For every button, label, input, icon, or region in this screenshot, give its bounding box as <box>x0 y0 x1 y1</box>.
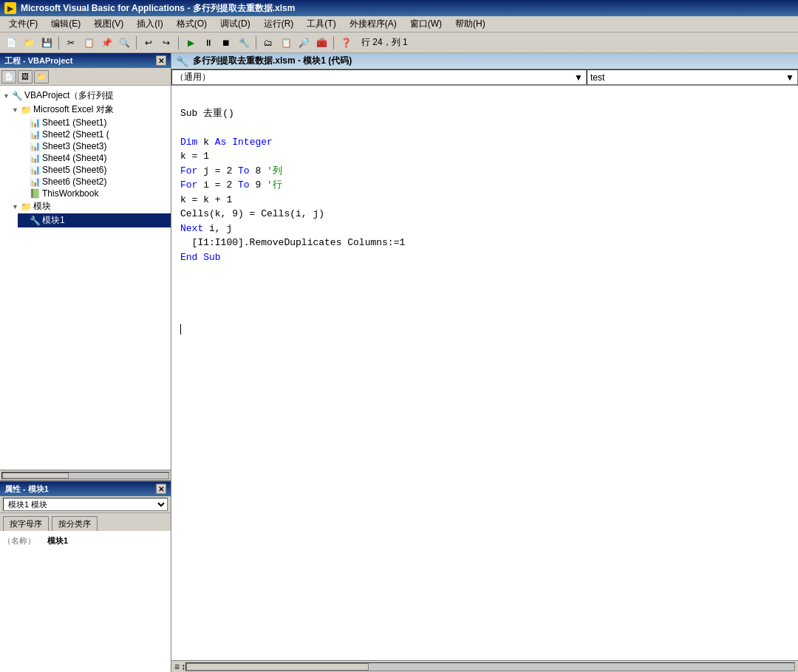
project-hscroll-track[interactable] <box>1 472 169 479</box>
toolbar-objectbrowser-btn[interactable]: 🔎 <box>296 35 312 51</box>
main-layout: 工程 - VBAProject ✕ 📄 🖼 📁 ▼ 🔧 VBAProject（多… <box>0 53 798 672</box>
toolbar-help-btn[interactable]: ❓ <box>338 35 354 51</box>
tree-item-sheet3[interactable]: 📊 Sheet3 (Sheet3) <box>18 140 171 152</box>
menu-help[interactable]: 帮助(H) <box>449 16 491 32</box>
tree-expand-excel-icon: ▼ <box>12 106 19 114</box>
code-window-icon: 🔧 <box>176 55 188 67</box>
project-panel-close[interactable]: ✕ <box>156 55 166 66</box>
tree-item-sheet5[interactable]: 📊 Sheet5 (Sheet6) <box>18 164 171 176</box>
tree-excel-objects-label: Microsoft Excel 对象 <box>33 103 114 116</box>
properties-panel-close[interactable]: ✕ <box>156 484 166 494</box>
tree-thisworkbook-label: ThisWorkbook <box>42 188 98 199</box>
menu-edit[interactable]: 编辑(E) <box>45 16 86 32</box>
menu-insert[interactable]: 插入(I) <box>131 16 168 32</box>
sheet3-icon: 📊 <box>30 141 41 151</box>
tree-item-excel-objects[interactable]: ▼ 📁 Microsoft Excel 对象 <box>9 103 171 117</box>
menu-file[interactable]: 文件(F) <box>3 16 44 32</box>
props-tab-alpha[interactable]: 按字母序 <box>3 516 49 531</box>
code-dropdown-object-label: （通用） <box>175 71 211 83</box>
toolbar-toolbox-btn[interactable]: 🧰 <box>313 35 330 51</box>
thisworkbook-icon: 📗 <box>30 188 41 199</box>
code-dropdown-object-arrow: ▼ <box>574 72 583 83</box>
tree-item-module1[interactable]: 🔧 模块1 <box>18 213 171 227</box>
tree-vbaproject-label: VBAProject（多行列提 <box>24 89 114 102</box>
properties-panel-title: 属性 - 模块1 <box>4 484 49 495</box>
menu-debug[interactable]: 调试(D) <box>214 16 256 32</box>
tree-item-modules[interactable]: ▼ 📁 模块 <box>9 199 171 213</box>
project-view-code-btn[interactable]: 📄 <box>1 70 16 83</box>
excel-objects-icon: 📁 <box>21 105 32 115</box>
menu-window[interactable]: 窗口(W) <box>404 16 448 32</box>
toolbar-properties-btn[interactable]: 📋 <box>278 35 294 51</box>
toolbar-find-btn[interactable]: 🔍 <box>116 35 132 51</box>
code-hscroll-track[interactable] <box>185 662 795 671</box>
project-panel: 工程 - VBAProject ✕ 📄 🖼 📁 ▼ 🔧 VBAProject（多… <box>0 53 171 480</box>
code-dropdown-proc[interactable]: test ▼ <box>587 69 798 85</box>
project-tree: ▼ 🔧 VBAProject（多行列提 ▼ 📁 Microsoft Excel … <box>0 86 171 470</box>
project-toggle-folder-btn[interactable]: 📁 <box>34 70 49 83</box>
menu-view[interactable]: 视图(V) <box>88 16 129 32</box>
tree-leaf-3 <box>21 143 28 150</box>
project-panel-toolbar: 📄 🖼 📁 <box>0 68 171 86</box>
tree-leaf-8 <box>21 217 28 224</box>
code-hscroll <box>185 662 795 672</box>
sheet4-icon: 📊 <box>30 153 41 163</box>
toolbar-open-btn[interactable]: 📁 <box>21 35 37 51</box>
code-editor[interactable]: Sub 去重() Dim k As Integer k = 1 For j = … <box>171 86 798 660</box>
tree-item-sheet4[interactable]: 📊 Sheet4 (Sheet4) <box>18 152 171 164</box>
sheet2-icon: 📊 <box>30 129 41 140</box>
tree-leaf-6 <box>21 178 28 185</box>
modules-icon: 📁 <box>21 202 32 212</box>
sheet6-icon: 📊 <box>30 176 41 187</box>
tree-sheet4-label: Sheet4 (Sheet4) <box>42 153 106 163</box>
project-hscroll-thumb[interactable] <box>2 473 69 479</box>
properties-panel-header: 属性 - 模块1 ✕ <box>0 481 171 496</box>
props-module-select[interactable]: 模块1 模块 <box>3 498 168 511</box>
sheet1-icon: 📊 <box>30 117 41 128</box>
toolbar-sep-3 <box>178 36 179 49</box>
tree-leaf-5 <box>21 166 28 174</box>
toolbar-redo-btn[interactable]: ↪ <box>158 35 174 51</box>
statusbar-icon-1[interactable]: ≡ <box>174 662 180 672</box>
toolbar-position-status: 行 24，列 1 <box>361 36 408 49</box>
toolbar-save-btn[interactable]: 💾 <box>38 35 55 51</box>
code-dropdown-object[interactable]: （通用） ▼ <box>171 69 587 85</box>
menu-addins[interactable]: 外接程序(A) <box>344 16 403 32</box>
tree-item-vbaproject[interactable]: ▼ 🔧 VBAProject（多行列提 <box>0 89 171 103</box>
tree-leaf-4 <box>21 154 28 162</box>
toolbar-cut-btn[interactable]: ✂ <box>63 35 79 51</box>
menu-bar: 文件(F) 编辑(E) 视图(V) 插入(I) 格式(O) 调试(D) 运行(R… <box>0 16 798 32</box>
toolbar-paste-btn[interactable]: 📌 <box>98 35 115 51</box>
toolbar-sep-4 <box>256 36 256 49</box>
tree-item-sheet6[interactable]: 📊 Sheet6 (Sheet2) <box>18 176 171 188</box>
toolbar-copy-btn[interactable]: 📋 <box>81 35 97 51</box>
menu-run[interactable]: 运行(R) <box>258 16 300 32</box>
tree-item-sheet1[interactable]: 📊 Sheet1 (Sheet1) <box>18 117 171 128</box>
toolbar-pause-btn[interactable]: ⏸ <box>200 35 216 51</box>
tree-item-thisworkbook[interactable]: 📗 ThisWorkbook <box>18 188 171 199</box>
toolbar-new-btn[interactable]: 📄 <box>3 35 19 51</box>
toolbar-design-btn[interactable]: 🔧 <box>236 35 252 51</box>
vbaproject-icon: 🔧 <box>12 91 23 101</box>
code-window-titlebar: 🔧 多行列提取去重数据.xlsm - 模块1 (代码) <box>171 53 798 69</box>
tree-leaf-2 <box>21 131 28 138</box>
tree-expand-modules: ▼ <box>12 203 19 210</box>
props-key-name: （名称） <box>3 535 47 546</box>
code-hscroll-thumb[interactable] <box>186 663 369 671</box>
project-view-object-btn[interactable]: 🖼 <box>18 70 33 83</box>
toolbar-sep-2 <box>136 36 137 49</box>
sheet5-icon: 📊 <box>30 165 41 175</box>
statusbar-left: ≡ ↕ <box>174 662 185 672</box>
code-window-title: 多行列提取去重数据.xlsm - 模块1 (代码) <box>193 55 352 67</box>
project-panel-header: 工程 - VBAProject ✕ <box>0 53 171 68</box>
menu-tools[interactable]: 工具(T) <box>301 16 341 32</box>
toolbar-projectexplorer-btn[interactable]: 🗂 <box>260 35 276 51</box>
toolbar-undo-btn[interactable]: ↩ <box>140 35 157 51</box>
toolbar-stop-btn[interactable]: ⏹ <box>218 35 234 51</box>
menu-format[interactable]: 格式(O) <box>171 16 213 32</box>
properties-content: （名称） 模块1 <box>0 531 171 672</box>
props-tab-cat[interactable]: 按分类序 <box>52 516 98 531</box>
tree-item-sheet2[interactable]: 📊 Sheet2 (Sheet1 ( <box>18 128 171 140</box>
module1-icon: 🔧 <box>30 216 41 226</box>
toolbar-run-btn[interactable]: ▶ <box>183 35 199 51</box>
